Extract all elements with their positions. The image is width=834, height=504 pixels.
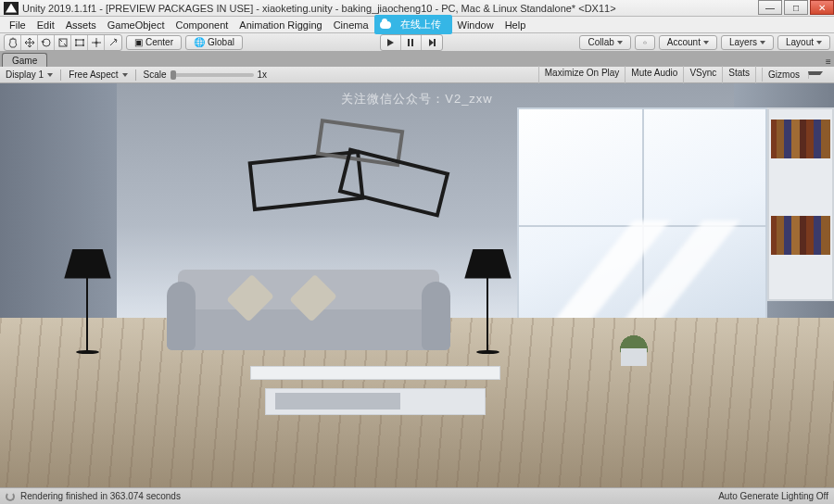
step-button[interactable]	[422, 35, 442, 50]
viewport-watermark: 关注微信公众号：V2_zxw	[341, 91, 493, 107]
tab-game[interactable]: Game	[2, 53, 47, 67]
scale-tool-button[interactable]	[55, 35, 71, 50]
svg-rect-7	[408, 39, 410, 46]
collab-dropdown[interactable]: Collab	[579, 35, 630, 50]
svg-rect-1	[76, 40, 83, 45]
svg-point-6	[95, 41, 97, 44]
move-tool-button[interactable]	[21, 35, 38, 50]
lighting-status[interactable]: Auto Generate Lighting Off	[718, 491, 828, 501]
menu-cinema[interactable]: Cinema	[328, 18, 374, 32]
aspect-dropdown[interactable]: Free Aspect	[69, 69, 127, 80]
window-title: Unity 2019.1.1f1 - [PREVIEW PACKAGES IN …	[22, 3, 756, 14]
pivot-center-toggle[interactable]: ▣ Center	[126, 35, 182, 50]
svg-point-2	[75, 39, 77, 41]
space-global-toggle[interactable]: 🌐 Global	[185, 35, 243, 50]
separator	[60, 69, 61, 81]
status-bar: Rendering finished in 363.074 seconds Au…	[0, 487, 834, 504]
main-toolbar: ▣ Center 🌐 Global Collab Account Layers …	[0, 33, 834, 52]
maximize-on-play-toggle[interactable]: Maximize On Play	[538, 66, 626, 83]
scale-control: Scale 1x	[144, 69, 268, 80]
scene-frame	[338, 147, 450, 218]
vsync-toggle[interactable]: VSync	[683, 66, 722, 83]
menu-bar: File Edit Assets GameObject Component An…	[0, 17, 834, 33]
layers-label: Layers	[729, 37, 757, 47]
scene-wall-frames	[250, 124, 450, 213]
pivot-label: Center	[145, 37, 173, 47]
collab-label: Collab	[588, 37, 613, 47]
cloud-button[interactable]	[635, 35, 655, 50]
scene-sofa	[167, 270, 450, 350]
menu-edit[interactable]: Edit	[32, 18, 60, 32]
scale-slider[interactable]	[171, 73, 254, 77]
layout-dropdown[interactable]: Layout	[777, 35, 830, 50]
menu-file[interactable]: File	[4, 18, 32, 32]
mute-audio-toggle[interactable]: Mute Audio	[625, 66, 683, 83]
gizmos-dropdown[interactable]: Gizmos	[755, 66, 828, 83]
stats-toggle[interactable]: Stats	[722, 66, 755, 83]
layout-label: Layout	[786, 37, 814, 47]
chevron-down-icon	[760, 41, 765, 44]
scene-coffee-table	[250, 366, 500, 414]
display-label: Display 1	[6, 69, 44, 80]
window-close-button[interactable]: ✕	[810, 0, 834, 15]
svg-rect-9	[434, 39, 436, 46]
gizmos-label: Gizmos	[762, 68, 805, 82]
transform-tool-button[interactable]	[88, 35, 105, 50]
rotate-tool-button[interactable]	[38, 35, 55, 50]
separator	[135, 69, 136, 81]
scene-books-row	[771, 216, 829, 255]
slider-thumb[interactable]	[171, 70, 176, 80]
menu-help[interactable]: Help	[499, 18, 532, 32]
menu-upload-label: 在线上传	[395, 16, 447, 33]
scene-bookshelf	[767, 107, 834, 301]
account-dropdown[interactable]: Account	[659, 35, 717, 50]
menu-window[interactable]: Window	[452, 18, 499, 32]
aspect-label: Free Aspect	[69, 69, 118, 80]
rect-tool-button[interactable]	[71, 35, 88, 50]
layers-dropdown[interactable]: Layers	[721, 35, 774, 50]
transform-tools	[4, 34, 122, 51]
game-viewport[interactable]: 关注微信公众号：V2_zxw	[0, 83, 834, 487]
chevron-down-icon	[122, 73, 128, 77]
chevron-down-icon	[47, 73, 53, 77]
scene-floor-lamp	[58, 249, 117, 354]
account-label: Account	[667, 37, 701, 47]
menu-assets[interactable]: Assets	[60, 18, 102, 32]
svg-point-3	[82, 39, 84, 41]
progress-spinner-icon	[6, 492, 15, 501]
cloud-icon	[380, 21, 391, 29]
hand-tool-button[interactable]	[5, 35, 21, 50]
display-dropdown[interactable]: Display 1	[6, 69, 53, 80]
chevron-down-icon	[617, 41, 623, 44]
scene-plant	[617, 334, 651, 366]
scene-floor-lamp	[459, 249, 517, 354]
panel-tabstrip: Game ≡	[0, 52, 834, 67]
play-button[interactable]	[381, 35, 401, 50]
unity-logo-icon	[4, 2, 19, 15]
chevron-down-icon	[808, 71, 823, 79]
play-controls	[380, 34, 443, 51]
menu-gameobject[interactable]: GameObject	[102, 18, 171, 32]
scene-books-row	[771, 120, 829, 158]
chevron-down-icon	[816, 41, 822, 44]
scale-value: 1x	[258, 69, 268, 80]
pause-button[interactable]	[401, 35, 422, 50]
window-minimize-button[interactable]: —	[758, 0, 782, 15]
menu-upload-highlight[interactable]: 在线上传	[374, 15, 452, 34]
svg-point-5	[82, 44, 84, 46]
game-control-strip: Display 1 Free Aspect Scale 1x Maximize …	[0, 67, 834, 83]
space-label: Global	[208, 37, 234, 47]
scale-label: Scale	[144, 69, 167, 80]
svg-point-4	[75, 44, 77, 46]
chevron-down-icon	[703, 41, 709, 44]
menu-component[interactable]: Component	[170, 18, 234, 32]
menu-animation-rigging[interactable]: Animation Rigging	[234, 18, 327, 32]
status-message: Rendering finished in 363.074 seconds	[20, 491, 181, 501]
custom-tool-button[interactable]	[105, 35, 121, 50]
window-maximize-button[interactable]: □	[784, 0, 808, 15]
svg-rect-8	[411, 39, 413, 46]
